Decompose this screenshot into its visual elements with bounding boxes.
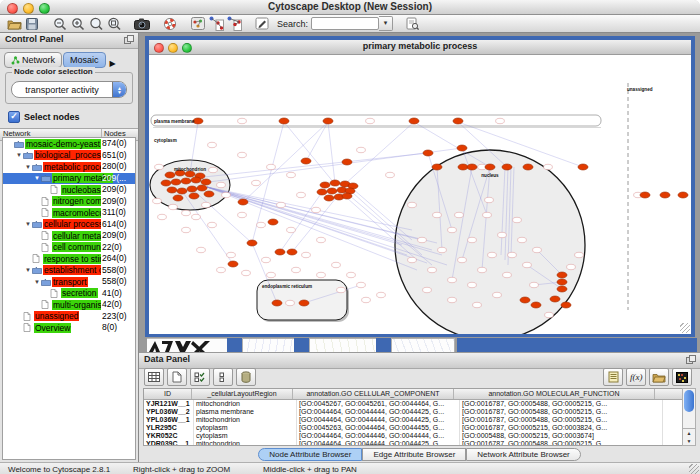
graph-node-selected[interactable] [279, 118, 289, 124]
graph-node[interactable] [530, 282, 539, 287]
app-resize-grip[interactable] [689, 464, 699, 474]
graph-node[interactable] [182, 210, 191, 215]
graph-node[interactable] [428, 267, 437, 272]
graph-node[interactable] [208, 222, 217, 227]
graph-node[interactable] [302, 252, 311, 257]
tree-row[interactable]: macromolecule311(0) [3, 207, 135, 219]
graph-node[interactable] [158, 214, 167, 219]
graph-node[interactable] [518, 237, 527, 242]
tree-row[interactable]: ▼cellular process614(0) [3, 219, 135, 231]
column-header[interactable]: annotation.GO MOLECULAR_FUNCTION [454, 389, 655, 399]
graph-node-selected[interactable] [275, 249, 285, 255]
table-row[interactable]: YJR121W__1mitochondrion[GO:0045267, GO:0… [144, 400, 684, 408]
tab-network-attribute-browser[interactable]: Network Attribute Browser [466, 448, 580, 461]
table-cell[interactable]: [GO:0016787, GO:0005488, GO:0005215, G..… [460, 408, 663, 416]
graph-node-selected[interactable] [330, 180, 340, 186]
graph-node-selected[interactable] [177, 188, 187, 194]
graph-node[interactable] [418, 237, 427, 242]
window-titlebar[interactable]: Cytoscape Desktop (New Session) [0, 0, 700, 15]
graph-node[interactable] [347, 272, 356, 277]
tree-row[interactable]: ▼transport558(0) [3, 276, 135, 288]
graph-node[interactable] [182, 227, 191, 232]
network-view-window[interactable]: primary metabolic process plasma membran… [145, 36, 695, 337]
table-cell[interactable]: [GO:0045267, GO:0045261, GO:0044464, G..… [297, 400, 460, 408]
help-icon[interactable] [161, 16, 179, 32]
graph-node[interactable] [357, 147, 366, 152]
graph-node[interactable] [267, 164, 276, 169]
table-cell[interactable]: plasma membrane [194, 408, 297, 416]
network-overview-icon[interactable] [189, 16, 207, 32]
graph-node-selected[interactable] [557, 286, 567, 292]
graph-node[interactable] [287, 172, 296, 177]
graph-node[interactable] [448, 227, 457, 232]
select-nodes-checkbox[interactable]: ✓ [8, 111, 20, 123]
table-cell[interactable]: YJR121W__1 [144, 400, 194, 408]
tree-row[interactable]: multi-organism pro42(0) [3, 299, 135, 311]
graph-node-selected[interactable] [204, 191, 214, 197]
graph-node[interactable] [493, 292, 502, 297]
graph-node-selected[interactable] [660, 192, 670, 198]
graph-node[interactable] [238, 152, 247, 157]
graph-node-selected[interactable] [173, 195, 183, 201]
graph-node[interactable] [455, 212, 464, 217]
graph-node[interactable] [257, 222, 266, 227]
scrollbar-thumb[interactable] [684, 390, 694, 412]
table-cell[interactable]: YLR295C [144, 424, 194, 432]
graph-node[interactable] [317, 272, 326, 277]
graph-node-selected[interactable] [167, 187, 177, 193]
table-cell[interactable]: mitochondrion [194, 400, 297, 408]
graph-node[interactable] [544, 164, 553, 169]
graph-node[interactable] [408, 202, 417, 207]
table-cell[interactable]: [GO:0016787, GO:0005488, GO:0005215, G..… [460, 416, 663, 424]
graph-node[interactable] [575, 252, 584, 257]
import-attributes-icon[interactable] [649, 368, 669, 386]
graph-node[interactable] [238, 118, 247, 123]
graph-node[interactable] [337, 287, 346, 292]
table-cell[interactable]: mitochondrion [194, 416, 297, 424]
table-grid-icon[interactable] [144, 368, 164, 386]
tree-row[interactable]: unassigned223(0) [3, 311, 135, 323]
expand-triangle-icon[interactable]: ▼ [24, 267, 32, 273]
graph-node-selected[interactable] [238, 199, 248, 205]
graph-node-selected[interactable] [161, 180, 171, 186]
table-cell[interactable]: cytoplasm [194, 432, 297, 440]
graph-node-selected[interactable] [272, 300, 282, 306]
graph-node[interactable] [286, 300, 295, 305]
graph-node-selected[interactable] [523, 164, 533, 170]
table-cell[interactable]: [GO:0016787, GO:0005488, GO:0005215, G..… [460, 440, 663, 446]
attribute-table-scrollbar[interactable]: ▲▼ [682, 388, 696, 446]
table-cell[interactable] [663, 408, 684, 416]
graph-node-selected[interactable] [640, 192, 650, 198]
graph-node-selected[interactable] [324, 195, 334, 201]
attribute-matrix-icon[interactable] [672, 368, 692, 386]
table-cell[interactable] [663, 424, 684, 432]
graph-node[interactable] [423, 287, 432, 292]
open-file-icon[interactable] [5, 16, 23, 32]
graph-node[interactable] [262, 257, 271, 262]
graph-node-selected[interactable] [327, 188, 337, 194]
tree-row[interactable]: ▼metabolic process280(0) [3, 161, 135, 173]
graph-node[interactable] [567, 264, 576, 269]
graph-node[interactable] [488, 252, 497, 257]
graph-node-selected[interactable] [247, 240, 257, 246]
table-cell[interactable]: [GO:0044464, GO:0044446, GO:0044444, G..… [297, 432, 460, 440]
annotation-icon[interactable] [253, 16, 271, 32]
tree-row[interactable]: nucleobase-c209(0) [3, 184, 135, 196]
graph-node[interactable] [448, 277, 457, 282]
tree-row[interactable]: ▼biological_process651(0) [3, 150, 135, 162]
table-cell[interactable]: [GO:0044464, GO:0044444, GO:0044425, G..… [297, 440, 460, 446]
expand-triangle-icon[interactable]: ▼ [33, 279, 41, 285]
graph-node-selected[interactable] [432, 164, 442, 170]
graph-node[interactable] [448, 297, 457, 302]
graph-node[interactable] [458, 257, 467, 262]
tree-row[interactable]: nitrogen compo209(0) [3, 196, 135, 208]
graph-node-selected[interactable] [191, 177, 201, 183]
graph-node-selected[interactable] [578, 164, 588, 170]
tree-row[interactable]: mosaic-demo-yeast874(0) [3, 138, 135, 150]
graph-node[interactable] [483, 212, 492, 217]
zoom-fit-icon[interactable] [87, 16, 105, 32]
column-header[interactable]: annotation.GO CELLULAR_COMPONENT [293, 389, 454, 399]
graph-node[interactable] [192, 214, 201, 219]
graph-node[interactable] [312, 207, 321, 212]
tab-node-attribute-browser[interactable]: Node Attribute Browser [258, 448, 362, 461]
